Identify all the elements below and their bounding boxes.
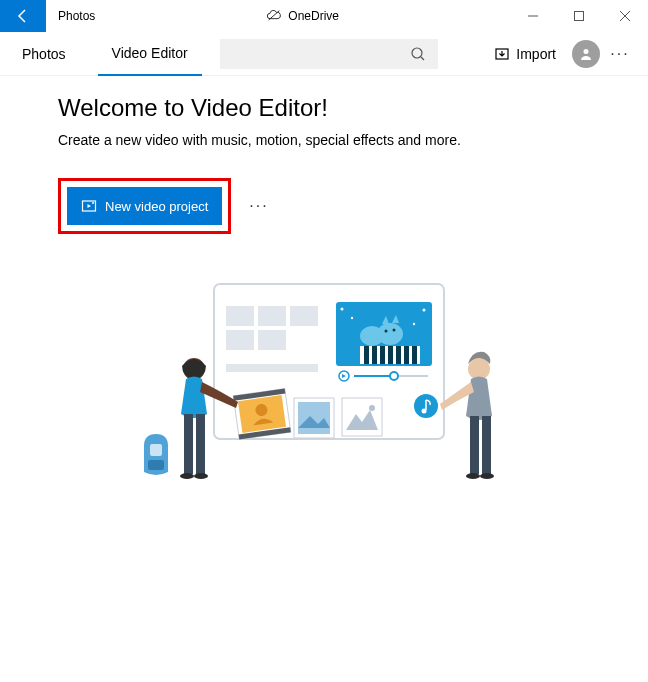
svg-rect-16	[226, 364, 318, 372]
window-controls	[510, 0, 648, 32]
import-button[interactable]: Import	[486, 46, 564, 62]
highlight-annotation: New video project	[58, 178, 231, 234]
svg-point-37	[390, 372, 398, 380]
svg-point-30	[341, 308, 344, 311]
cloud-icon	[266, 8, 282, 24]
app-title: Photos	[58, 9, 95, 23]
svg-rect-24	[372, 346, 377, 364]
svg-rect-45	[342, 398, 382, 436]
svg-rect-28	[404, 346, 409, 364]
svg-rect-13	[290, 306, 318, 326]
minimize-icon	[528, 11, 538, 21]
svg-rect-26	[388, 346, 393, 364]
svg-rect-14	[226, 330, 254, 350]
toolbar: Photos Video Editor Import ···	[0, 32, 648, 76]
svg-rect-29	[412, 346, 417, 364]
avatar[interactable]	[572, 40, 600, 68]
svg-rect-59	[150, 444, 162, 456]
action-more-button[interactable]: ···	[241, 197, 276, 215]
svg-point-32	[351, 317, 353, 319]
svg-rect-12	[258, 306, 286, 326]
svg-rect-60	[148, 460, 164, 470]
svg-rect-15	[258, 330, 286, 350]
tab-video-editor[interactable]: Video Editor	[98, 32, 202, 76]
svg-rect-23	[364, 346, 369, 364]
svg-line-6	[421, 57, 424, 60]
svg-rect-56	[482, 416, 491, 474]
svg-point-21	[393, 329, 396, 332]
maximize-icon	[574, 11, 584, 21]
more-button[interactable]: ···	[600, 45, 640, 63]
new-video-project-button[interactable]: New video project	[67, 187, 222, 225]
tab-photos[interactable]: Photos	[8, 32, 80, 76]
svg-rect-27	[396, 346, 401, 364]
close-icon	[620, 11, 630, 21]
svg-point-57	[466, 473, 480, 479]
maximize-button[interactable]	[556, 0, 602, 32]
svg-point-58	[480, 473, 494, 479]
svg-rect-55	[470, 416, 479, 474]
svg-point-19	[377, 323, 403, 345]
svg-point-46	[369, 405, 375, 411]
page-title: Welcome to Video Editor!	[58, 94, 590, 122]
svg-rect-2	[575, 12, 584, 21]
new-video-project-label: New video project	[105, 199, 208, 214]
illustration	[58, 274, 590, 494]
video-project-icon	[81, 198, 97, 214]
svg-point-52	[180, 473, 194, 479]
arrow-left-icon	[15, 8, 31, 24]
svg-rect-11	[226, 306, 254, 326]
svg-point-33	[413, 323, 415, 325]
svg-point-8	[584, 49, 589, 54]
svg-point-31	[423, 309, 426, 312]
svg-rect-44	[298, 402, 330, 434]
close-button[interactable]	[602, 0, 648, 32]
svg-point-5	[412, 48, 422, 58]
person-icon	[578, 46, 594, 62]
import-label: Import	[516, 46, 556, 62]
minimize-button[interactable]	[510, 0, 556, 32]
svg-rect-51	[196, 414, 205, 474]
svg-rect-25	[380, 346, 385, 364]
content: Welcome to Video Editor! Create a new vi…	[0, 76, 648, 494]
page-subtitle: Create a new video with music, motion, s…	[58, 132, 590, 148]
search-input[interactable]	[220, 39, 438, 69]
welcome-illustration	[114, 274, 534, 494]
import-icon	[494, 46, 510, 62]
search-icon	[410, 46, 426, 62]
back-button[interactable]	[0, 0, 46, 32]
svg-rect-50	[184, 414, 193, 474]
action-row: New video project ···	[58, 178, 590, 234]
svg-point-20	[385, 330, 388, 333]
svg-point-48	[422, 409, 427, 414]
titlebar-center: OneDrive	[95, 8, 510, 24]
onedrive-label: OneDrive	[288, 9, 339, 23]
svg-point-53	[194, 473, 208, 479]
titlebar: Photos OneDrive	[0, 0, 648, 32]
